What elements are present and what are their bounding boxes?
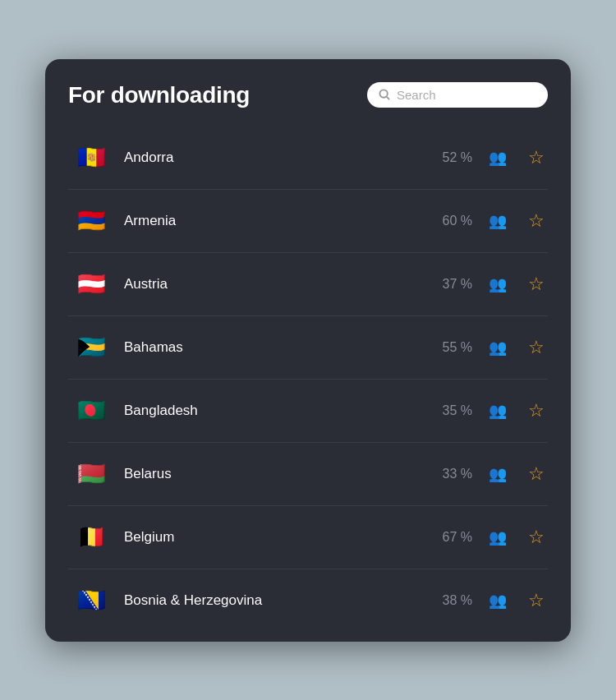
- header: For downloading: [68, 82, 548, 108]
- country-name: Andorra: [124, 150, 418, 166]
- svg-line-1: [387, 97, 389, 99]
- country-percent: 67 %: [431, 530, 472, 545]
- group-icon: 👥: [489, 212, 507, 230]
- group-icon: 👥: [489, 149, 507, 167]
- group-icon: 👥: [489, 528, 507, 546]
- page-title: For downloading: [68, 82, 250, 108]
- list-item: 🇧🇦 Bosnia & Herzegovina 38 % 👥 ☆: [68, 569, 548, 632]
- country-flag: 🇧🇦: [71, 581, 111, 620]
- list-item: 🇧🇾 Belarus 33 % 👥 ☆: [68, 443, 548, 506]
- search-input[interactable]: [397, 88, 536, 102]
- country-flag: 🇧🇪: [71, 518, 111, 557]
- group-icon: 👥: [489, 592, 507, 610]
- country-flag: 🇦🇩: [71, 138, 111, 177]
- group-icon: 👥: [489, 402, 507, 420]
- country-name: Bosnia & Herzegovina: [124, 592, 418, 609]
- country-list: 🇦🇩 Andorra 52 % 👥 ☆ 🇦🇲 Armenia 60 % 👥 ☆ …: [68, 127, 548, 632]
- country-percent: 55 %: [431, 340, 472, 355]
- list-item: 🇦🇲 Armenia 60 % 👥 ☆: [68, 190, 548, 253]
- country-flag: 🇦🇲: [71, 201, 111, 241]
- list-item: 🇧🇪 Belgium 67 % 👥 ☆: [68, 506, 548, 569]
- country-flag: 🇦🇹: [71, 265, 111, 304]
- country-flag: 🇧🇸: [71, 328, 111, 367]
- country-percent: 37 %: [431, 277, 472, 292]
- country-flag: 🇧🇩: [71, 391, 111, 431]
- list-item: 🇧🇸 Bahamas 55 % 👥 ☆: [68, 316, 548, 380]
- country-name: Bangladesh: [124, 403, 418, 419]
- country-name: Belarus: [124, 466, 418, 482]
- main-card: For downloading 🇦🇩 Andorra 52 % 👥 ☆ 🇦🇲 A…: [45, 59, 571, 642]
- country-percent: 60 %: [431, 214, 472, 228]
- star-icon[interactable]: ☆: [528, 400, 545, 421]
- country-name: Austria: [124, 276, 418, 292]
- country-name: Bahamas: [124, 339, 418, 356]
- country-name: Armenia: [124, 213, 418, 229]
- svg-point-0: [379, 90, 387, 97]
- list-item: 🇦🇩 Andorra 52 % 👥 ☆: [68, 127, 548, 190]
- country-flag: 🇧🇾: [71, 454, 111, 494]
- group-icon: 👥: [489, 338, 507, 357]
- star-icon[interactable]: ☆: [528, 337, 545, 358]
- country-percent: 52 %: [431, 150, 472, 165]
- star-icon[interactable]: ☆: [528, 590, 545, 611]
- search-box: [367, 82, 548, 108]
- star-icon[interactable]: ☆: [528, 210, 545, 232]
- list-item: 🇧🇩 Bangladesh 35 % 👥 ☆: [68, 380, 548, 443]
- group-icon: 👥: [489, 275, 507, 293]
- star-icon[interactable]: ☆: [528, 527, 545, 548]
- country-percent: 35 %: [431, 403, 472, 418]
- country-name: Belgium: [124, 529, 418, 546]
- group-icon: 👥: [489, 465, 507, 483]
- star-icon[interactable]: ☆: [528, 463, 545, 485]
- star-icon[interactable]: ☆: [528, 274, 545, 295]
- country-percent: 38 %: [431, 593, 472, 608]
- country-percent: 33 %: [431, 467, 472, 481]
- star-icon[interactable]: ☆: [528, 147, 545, 168]
- search-icon: [379, 89, 391, 101]
- list-item: 🇦🇹 Austria 37 % 👥 ☆: [68, 253, 548, 316]
